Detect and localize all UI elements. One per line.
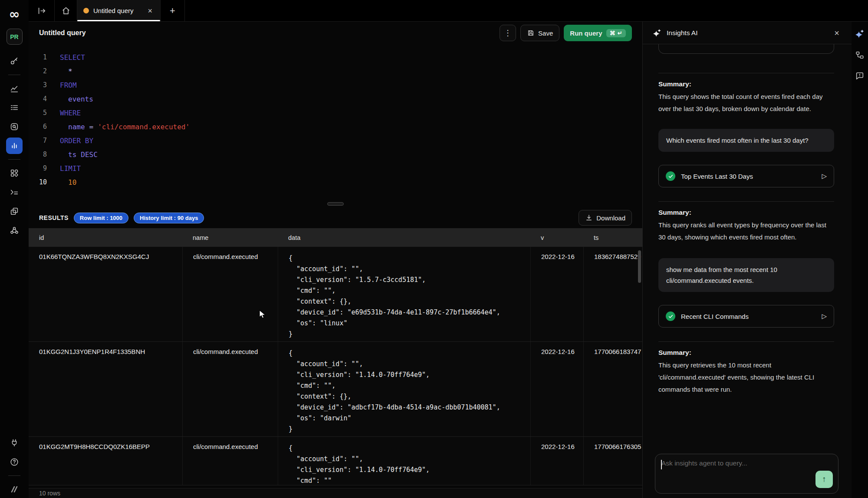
tab-untitled-query[interactable]: Untitled query × [77,0,161,21]
ask-agent-input[interactable] [661,459,832,467]
check-circle-icon [666,171,675,181]
insights-title: Insights AI [667,29,698,37]
summary-text: This query retrieves the 10 most recent … [658,359,834,396]
run-suggestion-icon[interactable]: ▷ [822,172,827,180]
sidebar-item-cli[interactable] [6,184,23,200]
plug-icon [10,438,19,448]
sql-token: events [60,95,93,103]
mouse-cursor-icon [259,310,267,319]
sql-token: FROM [60,81,77,89]
run-query-button[interactable]: Run query ⌘ ↵ [564,25,632,41]
insights-close-icon[interactable]: × [832,28,842,38]
json-payload: { "account_id": "", "cli_version": "1.5.… [289,253,530,340]
tree-icon [855,50,865,60]
history-limit-badge[interactable]: History limit : 90 days [134,213,204,223]
sql-token: LIMIT [60,164,81,173]
table-scrollbar[interactable] [638,250,641,283]
tab-bar: Untitled query × + [29,0,868,22]
sidebar-item-webhooks[interactable] [6,222,23,239]
column-header-ts[interactable]: ts [583,234,642,241]
sidebar-item-apps[interactable] [6,165,23,181]
editor-results-splitter[interactable] [29,200,642,207]
results-label: RESULTS [39,214,69,221]
json-payload: { "account_id": "", "cli_version": "1.14… [289,348,530,435]
ask-agent-inputbox[interactable]: ↑ [655,454,838,494]
cell-ts: 1836274887529 [583,247,642,341]
line-number: 10 [29,178,47,186]
sidebar-item-help[interactable] [6,454,23,470]
copies-icon [10,206,19,216]
splitter-handle[interactable] [327,202,344,206]
tab-close-icon[interactable]: × [146,6,154,16]
cell-v: 2022-12-16 [530,437,583,485]
check-circle-icon [666,311,675,321]
insights-ai-tab[interactable] [855,29,865,39]
sql-token: WHERE [60,109,81,117]
line-number: 7 [29,137,47,144]
sidebar-divider [8,475,20,476]
left-sidebar: ∞ PR [0,0,29,498]
home-button[interactable] [55,0,77,21]
sidebar-item-keys[interactable] [6,53,23,69]
user-question-bubble: Which events fired most often in the las… [658,129,834,152]
column-header-name[interactable]: name [182,234,278,241]
run-shortcut-badge: ⌘ ↵ [606,29,626,37]
column-header-data[interactable]: data [278,234,530,241]
insights-divider [658,201,834,202]
feedback-icon [855,71,865,81]
sql-token: ts [60,151,76,159]
cell-data: { "account_id": "", "cli_version": "1.14… [278,437,530,485]
save-label: Save [538,29,553,37]
workspace-badge[interactable]: PR [7,29,23,45]
table-row[interactable]: 01K66TQNZA3WFBQ8XN2KXSG4CJ cli/command.e… [29,247,642,342]
suggestion-card-top-events[interactable]: Top Events Last 30 Days ▷ [658,165,834,187]
insights-divider [658,341,834,342]
summary-heading: Summary: [658,80,834,88]
sidebar-item-query[interactable] [6,138,23,154]
app-window: ∞ PR [0,0,868,498]
line-number: 2 [29,67,47,75]
table-row[interactable]: 01KGG2N1J3Y0ENP1R4F1335BNH cli/command.e… [29,342,642,437]
tab-label: Untitled query [93,7,141,14]
webhook-icon [10,226,19,235]
sidebar-divider [8,75,20,75]
help-icon [10,457,19,467]
column-header-id[interactable]: id [29,234,182,241]
feedback-tab[interactable] [855,71,865,81]
cell-ts: 1770066176305 [583,437,642,485]
sparkles-icon [652,28,662,38]
sidebar-item-logs[interactable] [6,99,23,116]
table-row[interactable]: 01KGG2MT9H8H8CCDQ0ZK16BEPP cli/command.e… [29,437,642,485]
download-button[interactable]: Download [579,210,632,226]
workspace-initials: PR [10,33,18,40]
cell-data: { "account_id": "", "cli_version": "1.14… [278,342,530,436]
column-header-v[interactable]: v [530,234,583,241]
right-icon-strip [852,22,868,498]
sidebar-item-explore[interactable] [6,118,23,135]
sql-editor[interactable]: 1SELECT 2* 3FROM 4events 5WHERE 6name='c… [29,44,642,200]
summary-heading: Summary: [658,209,834,216]
scrolled-card-remnant [658,44,834,54]
sidebar-item-metrics[interactable] [6,80,23,97]
sql-token: * [60,67,72,75]
sidebar-expand-button[interactable] [29,0,55,21]
save-button[interactable]: Save [520,25,559,41]
json-payload: { "account_id": "", "cli_version": "1.14… [289,443,530,485]
insights-ai-panel: Insights AI × Summary: This query shows … [642,22,852,498]
suggestion-card-recent-cli[interactable]: Recent CLI Commands ▷ [658,305,834,328]
line-number: 3 [29,81,47,89]
sidebar-item-integrations[interactable] [6,435,23,451]
cell-id: 01KGG2MT9H8H8CCDQ0ZK16BEPP [29,437,182,485]
sql-token: name [60,123,85,131]
schema-tree-tab[interactable] [855,50,865,60]
query-workspace: Untitled query ⋮ Save Run query ⌘ ↵ 1SEL… [29,22,642,498]
line-number: 5 [29,109,47,117]
run-suggestion-icon[interactable]: ▷ [822,312,827,320]
send-button[interactable]: ↑ [815,471,833,488]
results-status-bar: 10 rows [29,488,642,498]
row-limit-badge[interactable]: Row limit : 1000 [74,213,128,223]
more-options-button[interactable]: ⋮ [500,25,516,41]
sidebar-item-sessions[interactable] [6,203,23,220]
sql-token: SELECT [60,53,85,62]
new-tab-button[interactable]: + [161,0,185,21]
